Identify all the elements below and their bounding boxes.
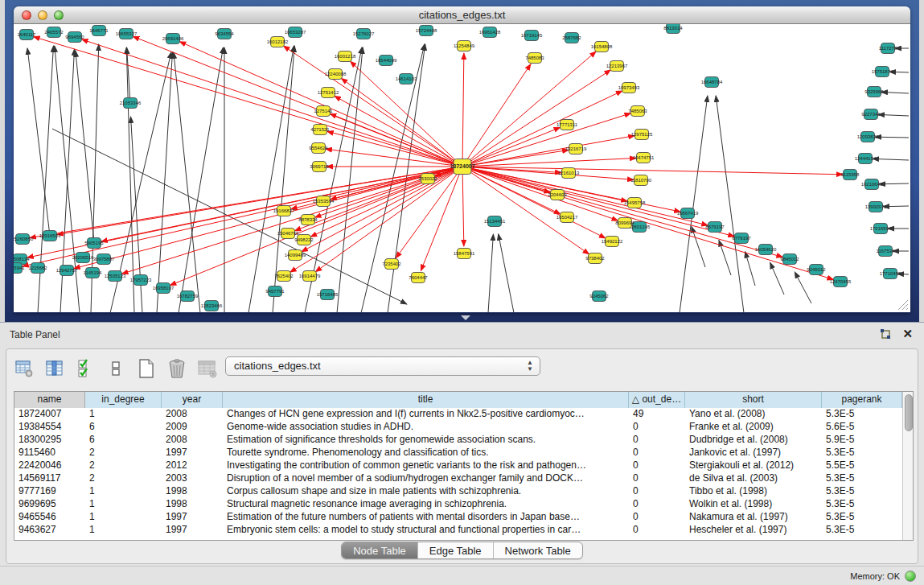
graph-node[interactable]: 19166827: [273, 206, 295, 216]
graph-hub-node[interactable]: 18724007: [450, 159, 474, 175]
graph-node[interactable]: 13216719: [565, 144, 587, 154]
graph-node[interactable]: 15751874: [872, 67, 893, 77]
import-table-disabled-icon[interactable]: [196, 357, 219, 380]
network-table-selector[interactable]: citations_edges.txt ▲▼: [225, 356, 540, 376]
close-panel-icon[interactable]: ✕: [902, 327, 913, 341]
graph-node[interactable]: 7604447: [409, 273, 428, 283]
table-row[interactable]: 969969511998Structural magnetic resonanc…: [14, 498, 902, 511]
graph-node[interactable]: 8813014: [663, 24, 683, 34]
graph-node[interactable]: 15276027: [353, 29, 375, 39]
graph-node[interactable]: 1117278: [879, 43, 897, 54]
graph-node[interactable]: 9329968: [864, 87, 884, 97]
graph-node[interactable]: 9554624: [309, 143, 328, 154]
citation-edge[interactable]: [488, 234, 493, 312]
citation-edge[interactable]: [126, 47, 134, 312]
graph-node[interactable]: 10655327: [116, 29, 138, 39]
hub-citation-edge[interactable]: [302, 167, 462, 252]
table-row[interactable]: 946362711997Embryonic stem cells: a mode…: [14, 524, 902, 537]
window-titlebar[interactable]: citations_edges.txt: [14, 6, 910, 24]
citation-edge[interactable]: [745, 252, 755, 286]
graph-node[interactable]: 5905195: [84, 238, 104, 249]
graph-node[interactable]: 7485083: [525, 53, 544, 64]
new-file-icon[interactable]: [135, 357, 158, 380]
column-select-icon[interactable]: [43, 357, 66, 380]
graph-node[interactable]: 25260850: [14, 234, 34, 245]
graph-node[interactable]: 12470455: [830, 277, 852, 287]
citation-edge[interactable]: [157, 52, 172, 312]
graph-node[interactable]: 7235402: [382, 259, 401, 270]
citation-edge[interactable]: [875, 137, 909, 138]
citation-edge[interactable]: [881, 92, 909, 93]
graph-node[interactable]: 16648784: [701, 77, 723, 88]
graph-node[interactable]: 21053346: [120, 98, 142, 109]
hub-citation-edge[interactable]: [462, 167, 618, 220]
graph-node[interactable]: 9245062: [589, 291, 609, 302]
graph-node[interactable]: 14614103: [396, 74, 417, 84]
graph-node[interactable]: 9498222: [294, 235, 314, 245]
graph-node[interactable]: 16001218: [335, 51, 356, 62]
hub-citation-edge[interactable]: [170, 167, 462, 286]
graph-node[interactable]: 16961428: [479, 27, 501, 38]
resize-grip[interactable]: [897, 299, 909, 311]
hub-citation-edge[interactable]: [462, 127, 561, 167]
hub-citation-edge[interactable]: [462, 167, 843, 175]
hub-citation-edge[interactable]: [462, 91, 622, 167]
graph-node[interactable]: 2204609: [548, 190, 567, 200]
hub-citation-edge[interactable]: [34, 37, 462, 167]
graph-node[interactable]: 16154808: [591, 42, 613, 52]
column-header-in_degree[interactable]: in_degree: [85, 392, 162, 408]
citation-edge[interactable]: [873, 159, 909, 160]
graph-node[interactable]: 10474751: [633, 153, 655, 163]
citation-edge[interactable]: [770, 262, 784, 295]
graph-node[interactable]: 9245012: [807, 265, 826, 275]
graph-node[interactable]: 12975125: [631, 130, 653, 140]
hub-citation-edge[interactable]: [315, 167, 462, 272]
citation-edge[interactable]: [680, 96, 708, 312]
table-row[interactable]: 946554611997Estimation of the future num…: [14, 511, 902, 524]
graph-node[interactable]: 12213967: [606, 61, 628, 72]
column-header-year[interactable]: year: [162, 392, 223, 408]
graph-node[interactable]: 17710455: [880, 269, 901, 279]
graph-node[interactable]: 12505123: [105, 271, 126, 282]
graph-node[interactable]: 12444154: [855, 154, 877, 164]
graph-node[interactable]: 2587682: [562, 33, 581, 43]
table-row[interactable]: 2242004622012Investigating the contribut…: [14, 459, 902, 472]
float-panel-icon[interactable]: [879, 328, 892, 341]
graph-node[interactable]: 10719145: [521, 31, 543, 41]
graph-node[interactable]: 3069713: [310, 162, 329, 172]
graph-node[interactable]: 14099489: [285, 250, 306, 261]
graph-node[interactable]: 1640117: [18, 30, 37, 40]
graph-node[interactable]: 7485063: [628, 106, 647, 117]
graph-node[interactable]: 8679197: [705, 222, 725, 233]
graph-node[interactable]: 9845012: [780, 254, 799, 265]
graph-node[interactable]: 10653287: [285, 27, 306, 38]
graph-node[interactable]: 15847591: [454, 249, 475, 259]
column-header-pagerank[interactable]: pagerank: [822, 392, 902, 408]
graph-node[interactable]: 12942757: [56, 266, 78, 276]
table-row[interactable]: 977716911998Corpus callosum shape and si…: [14, 485, 902, 498]
column-header-out_de[interactable]: △ out_de…: [629, 392, 685, 408]
tab-node-table[interactable]: Node Table: [342, 542, 417, 558]
table-row[interactable]: 1456911722003Disruption of a novel membe…: [14, 472, 902, 485]
citation-edge[interactable]: [692, 227, 705, 267]
citation-edge[interactable]: [337, 47, 363, 312]
table-settings-icon[interactable]: [13, 357, 35, 380]
citation-edge[interactable]: [716, 96, 744, 312]
graph-node[interactable]: 8099694: [615, 218, 634, 229]
graph-node[interactable]: 4271521: [310, 125, 330, 135]
graph-node[interactable]: 2405572: [44, 27, 64, 38]
graph-node[interactable]: 18544099: [376, 56, 397, 66]
hub-citation-edge[interactable]: [462, 167, 464, 246]
graph-node[interactable]: 20206516: [72, 253, 94, 263]
graph-node[interactable]: 2530022: [418, 174, 437, 184]
hub-citation-edge[interactable]: [57, 167, 462, 235]
graph-node[interactable]: 16867419: [677, 208, 699, 219]
graph-node[interactable]: 15134451: [484, 216, 506, 227]
select-attributes-icon[interactable]: [74, 357, 97, 380]
hub-citation-edge[interactable]: [462, 113, 630, 167]
graph-node[interactable]: 15724408: [416, 26, 437, 36]
graph-node[interactable]: 17016504: [870, 224, 892, 234]
graph-node[interactable]: 9738402: [585, 253, 605, 264]
table-scrollbar[interactable]: [902, 392, 913, 540]
citation-edge[interactable]: [76, 51, 94, 243]
